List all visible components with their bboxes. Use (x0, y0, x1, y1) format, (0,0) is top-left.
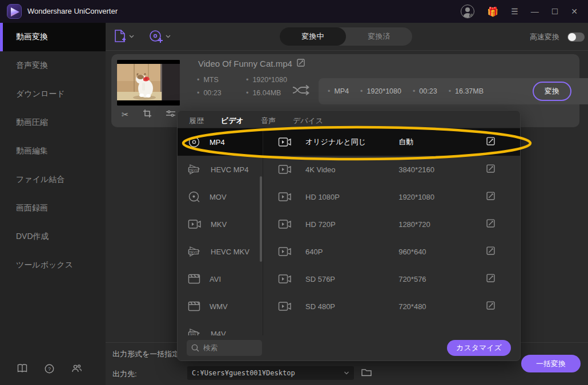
format-label: MP4 (210, 138, 225, 147)
sidebar-item-label: 動画圧縮 (16, 117, 48, 128)
trim-scissors-icon[interactable]: ✂ (122, 110, 129, 120)
maximize-icon[interactable]: ☐ (551, 7, 559, 15)
gift-promo-icon[interactable]: 🎁 (487, 6, 498, 17)
search-icon (191, 344, 199, 352)
sidebar-item-edit[interactable]: 動画編集 (0, 137, 106, 165)
format-wmv[interactable]: WMV (178, 293, 263, 320)
tab-history[interactable]: 履歴 (189, 116, 204, 128)
preset-hd-1080p[interactable]: HD 1080P 1920*1080 (263, 183, 520, 210)
format-panel-tabs: 履歴 ビデオ 音声 デバイス (178, 111, 520, 128)
titlebar: Wondershare UniConverter 🎁 ☰ — ☐ ✕ (0, 0, 588, 23)
source-size: 16.04MB (246, 89, 287, 97)
preset-same-as-original[interactable]: オリジナルと同じ 自動 (263, 128, 520, 156)
preset-edit-icon[interactable] (486, 164, 509, 175)
video-thumbnail[interactable] (117, 60, 180, 106)
sidebar-item-dvd-burn[interactable]: DVD作成 (0, 222, 106, 251)
sidebar-item-label: 音声変換 (16, 60, 48, 71)
add-disc-icon (148, 29, 163, 44)
sidebar-item-toolbox[interactable]: ツールボックス (0, 251, 106, 279)
target-resolution: 1920*1080 (360, 87, 401, 95)
open-folder-icon[interactable] (361, 368, 372, 378)
format-label: HEVC MKV (211, 248, 249, 256)
sidebar-item-video-convert[interactable]: 動画変換 (0, 23, 106, 51)
account-avatar[interactable] (461, 5, 474, 18)
sidebar-item-download[interactable]: ダウンロード (0, 80, 106, 108)
format-hevc-mp4[interactable]: HEVC HEVC MP4 (178, 156, 263, 183)
avatar-head (465, 7, 470, 12)
batch-convert-button[interactable]: 一括変換 (521, 355, 581, 372)
preset-resolution: 720*576 (398, 275, 486, 283)
help-icon[interactable]: ? (45, 364, 54, 374)
preset-sd-576p[interactable]: SD 576P 720*576 (263, 265, 520, 293)
convert-status-tabs: 変換中 変換済 (280, 27, 412, 46)
output-path-value: C:¥Users¥guest001¥Desktop (192, 369, 295, 377)
add-file-button[interactable] (113, 29, 134, 44)
format-mov[interactable]: MOV (178, 183, 263, 210)
format-label: M4V (211, 330, 226, 336)
effect-sliders-icon[interactable] (166, 110, 176, 119)
preset-edit-icon[interactable] (486, 301, 509, 311)
format-search-input[interactable] (203, 344, 252, 352)
rename-edit-icon[interactable] (297, 59, 305, 68)
preset-edit-icon[interactable] (486, 137, 509, 147)
batch-convert-label: 一括変換 (536, 359, 566, 369)
preset-edit-icon[interactable] (486, 219, 509, 229)
app-window: Wondershare UniConverter 🎁 ☰ — ☐ ✕ 動画変換 … (0, 0, 588, 385)
sidebar-item-merge[interactable]: ファイル結合 (0, 165, 106, 194)
guide-book-icon[interactable] (17, 364, 27, 374)
format-mp4[interactable]: MP4 (178, 128, 263, 156)
preset-edit-icon[interactable] (486, 274, 509, 284)
customize-button[interactable]: カスタマイズ (447, 340, 511, 356)
tab-converting[interactable]: 変換中 (280, 27, 346, 46)
target-duration: 00:23 (413, 87, 437, 95)
fast-convert-toggle[interactable] (567, 33, 585, 42)
preset-edit-icon[interactable] (486, 192, 509, 202)
sidebar-item-label: ファイル結合 (16, 175, 65, 185)
preset-name: SD 480P (305, 302, 398, 311)
preset-640p[interactable]: 640P 960*640 (263, 238, 520, 265)
format-list-scrollbar[interactable] (260, 176, 262, 262)
preset-4k-video[interactable]: 4K Video 3840*2160 (263, 156, 520, 183)
hevc-badge-icon: HEVC (188, 163, 202, 176)
app-logo-icon (7, 4, 22, 19)
format-m4v[interactable]: M4V M4V (178, 320, 263, 335)
avatar-status-badge (469, 13, 474, 18)
convert-button[interactable]: 変換 (533, 82, 571, 101)
format-avi[interactable]: AVI (178, 265, 263, 293)
format-mkv[interactable]: MKV (178, 210, 263, 238)
sidebar-item-label: 動画変換 (16, 32, 48, 42)
format-label: WMV (210, 302, 228, 311)
fast-convert-label: 高速変換 (530, 32, 559, 42)
preset-hd-720p[interactable]: HD 720P 1280*720 (263, 210, 520, 238)
crop-icon[interactable] (143, 109, 152, 120)
menu-icon[interactable]: ☰ (511, 7, 518, 15)
tab-converted[interactable]: 変換済 (346, 27, 412, 46)
preset-resolution: 960*640 (398, 248, 486, 256)
tab-device[interactable]: デバイス (293, 116, 323, 128)
source-resolution: 1920*1080 (246, 76, 287, 84)
m4v-badge-icon: M4V (188, 327, 202, 335)
sidebar-item-compress[interactable]: 動画圧縮 (0, 108, 106, 137)
preset-name: HD 1080P (305, 193, 398, 201)
preset-sd-480p[interactable]: SD 480P 720*480 (263, 293, 520, 320)
tab-video[interactable]: ビデオ (221, 116, 244, 128)
format-hevc-mkv[interactable]: HEVC HEVC MKV (178, 238, 263, 265)
target-size: 16.37MB (449, 87, 484, 95)
output-path-select[interactable]: C:¥Users¥guest001¥Desktop (187, 366, 354, 380)
preset-edit-icon[interactable] (486, 246, 509, 257)
format-label: MKV (211, 220, 227, 229)
close-icon[interactable]: ✕ (571, 7, 578, 15)
community-icon[interactable] (71, 364, 82, 374)
sidebar-item-label: DVD作成 (16, 232, 49, 242)
preset-name: 640P (305, 248, 398, 256)
sidebar-item-audio-convert[interactable]: 音声変換 (0, 51, 106, 80)
tab-audio[interactable]: 音声 (261, 116, 276, 128)
minimize-icon[interactable]: — (531, 7, 539, 15)
sidebar-item-screen-record[interactable]: 画面録画 (0, 194, 106, 222)
add-dvd-button[interactable] (148, 29, 171, 44)
source-duration: 00:23 (197, 89, 246, 97)
svg-text:M4V: M4V (190, 333, 196, 335)
clapper-icon (188, 301, 200, 312)
chevron-down-icon (129, 35, 134, 38)
output-destination-label: 出力先: (112, 369, 137, 379)
